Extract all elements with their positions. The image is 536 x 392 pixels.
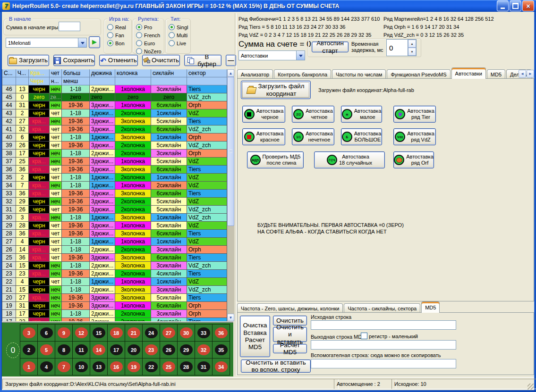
board-zero[interactable]: 0 [6, 342, 20, 358]
board-number[interactable]: 33 [197, 327, 210, 338]
board-number[interactable]: 24 [145, 327, 158, 338]
table-row[interactable]: 4431черннеч19-363дюжи...1колонка6сиклайн… [2, 101, 228, 109]
radio-game-on-real[interactable]: Real [107, 24, 131, 30]
md5-clear-paste-button[interactable]: Очистить ивставить [273, 327, 307, 342]
table-row[interactable]: 2928чернчет19-363дюжи...1колонка5сиклайн… [2, 222, 228, 230]
md5-aux-input[interactable] [311, 359, 456, 368]
board-number[interactable]: 31 [197, 361, 210, 372]
board-number[interactable]: 23 [145, 344, 158, 355]
radio-game-on-bon[interactable]: Bon [107, 40, 131, 46]
scroll-up-icon[interactable]: ▲ [227, 69, 234, 77]
table-row[interactable]: 347кра...неч1-181дюжи...1колонка2сиклайн… [2, 182, 228, 190]
table-row[interactable]: 3636кра...чет19-363дюжи...3колонка6сикла… [2, 166, 228, 174]
panel-divider[interactable] [235, 13, 237, 375]
chevron-down-icon[interactable] [296, 51, 305, 60]
chevron-down-icon[interactable] [78, 38, 86, 47]
table-row[interactable]: 4613черннеч1-182дюжи...1колонка3сиклайнT… [2, 85, 228, 93]
board-number[interactable]: 30 [180, 327, 193, 338]
table-row[interactable]: 4132кра...чет19-363дюжи...2колонка6сикла… [2, 125, 228, 133]
table-row[interactable]: 303кра...неч1-181дюжи...3колонка1сиклайн… [2, 214, 228, 222]
board-number[interactable]: 8 [58, 344, 70, 355]
stake-button-r3-1[interactable]: ГСЧАвтоставка18 случайных [314, 151, 385, 168]
frequency-tab[interactable]: Частота - Zero, шансы, дюжины, колонки [237, 303, 343, 313]
board-number[interactable]: 19 [128, 361, 140, 372]
board-number[interactable]: 15 [93, 327, 105, 338]
scrollbar-thumb[interactable] [227, 77, 234, 226]
table-row[interactable]: 450zeroze...zerozerozerozeroVdZ_zch [2, 93, 228, 101]
board-number[interactable]: 28 [180, 361, 193, 372]
board-number[interactable]: 6 [40, 327, 53, 338]
table-row[interactable]: 2027кра...неч19-363дюжи...3колонка5сикла… [2, 294, 228, 302]
board-number[interactable]: 3 [23, 327, 35, 338]
table-row[interactable]: 432чернчет1-181дюжи...2колонка1сиклайнVd… [2, 109, 228, 117]
radio-type-multi[interactable]: Multi [169, 32, 190, 38]
main-tab[interactable]: Контроль банкролла [274, 69, 331, 79]
board-number[interactable]: 32 [197, 344, 210, 355]
board-number[interactable]: 4 [40, 361, 53, 372]
board-number[interactable]: 14 [93, 344, 105, 355]
board-number[interactable]: 21 [128, 327, 140, 338]
radio-type-singl[interactable]: Singl [169, 24, 190, 30]
stake-button-r3-2[interactable]: Автоставкаряд Orf [393, 151, 434, 168]
spinner-down-icon[interactable]: ▼ [408, 48, 416, 56]
table-row[interactable]: 2836кра...чет19-363дюжи...3колонка6сикла… [2, 230, 228, 238]
main-tab[interactable]: Анализатор [237, 69, 273, 79]
stake-button-r1-2[interactable]: мАвтоставкамалое [341, 106, 382, 123]
board-number[interactable]: 22 [145, 361, 158, 372]
main-tab[interactable]: Автоставки [451, 67, 486, 79]
frequency-tab[interactable]: MD5 [421, 301, 440, 313]
md5-aux-paste-button[interactable]: Очистить и вставитьво вспом. строку [241, 359, 311, 373]
board-number[interactable]: 34 [215, 361, 228, 372]
stake-button-r3-0[interactable]: МД5Проверить МД5после спина [247, 151, 304, 168]
table-row[interactable]: 2614кра...чет1-182дюжи...2колонка3сиклай… [2, 246, 228, 254]
table-row[interactable]: 352чернчет1-181дюжи...2колонка1сиклайнVd… [2, 174, 228, 182]
toolbar-copy-button[interactable]: В буфер [184, 55, 221, 66]
board-number[interactable]: 11 [75, 344, 88, 355]
delay-spinner[interactable]: 0 ▲ ▼ [386, 39, 417, 56]
board-number[interactable]: 5 [40, 344, 53, 355]
load-coords-button[interactable]: Загрузить файлкоординат [241, 81, 311, 99]
stake-button-r2-3[interactable]: VdzАвтоставкаряд VdZ [393, 128, 436, 145]
table-row[interactable]: 3817черннеч1-182дюжи...2колонка3сиклайнO… [2, 150, 228, 158]
title-bar[interactable]: 7 HelperRoullet 5.0- create helperroulle… [0, 0, 536, 12]
board-number[interactable]: 9 [58, 327, 70, 338]
board-number[interactable]: 27 [162, 327, 175, 338]
md5-source-input[interactable] [311, 320, 456, 330]
board-number[interactable]: 29 [180, 344, 193, 355]
tabs-scroll-left-icon[interactable]: ◄ [519, 70, 526, 78]
board-number[interactable]: 35 [215, 344, 228, 355]
board-number[interactable]: 17 [110, 344, 123, 355]
radio-roulette-nozero[interactable]: NoZero [136, 48, 164, 54]
radio-roulette-pro[interactable]: Pro [136, 24, 164, 30]
main-tab[interactable]: MD5 [487, 69, 505, 79]
toolbar-save-button[interactable]: Сохранить [53, 55, 95, 66]
scroll-down-icon[interactable]: ▼ [227, 314, 234, 321]
table-row[interactable]: 1931черннеч19-363дюжи...1колонка6сиклайн… [2, 302, 228, 310]
table-row[interactable]: 3725кра...неч19-363дюжи...1колонка5сикла… [2, 158, 228, 166]
table-row[interactable]: 406чернчет1-181дюжи...3колонка1сиклайнOr… [2, 133, 228, 142]
table-row[interactable]: 3229черннеч19-363дюжи...2колонка5сиклайн… [2, 198, 228, 206]
main-tab[interactable]: Частоты по числам [332, 69, 386, 79]
radio-roulette-french[interactable]: French [136, 32, 164, 38]
table-row[interactable]: 2536кра...чет19-363дюжи...3колонка6сикла… [2, 254, 228, 262]
start-sum-input[interactable] [59, 22, 80, 31]
board-number[interactable]: 10 [75, 361, 88, 372]
autostakes-dropdown[interactable]: Автоставки [238, 50, 305, 60]
md5-calc-button[interactable]: Расчет MD5 [273, 344, 307, 353]
toolbar-load-button[interactable]: Загрузить [8, 55, 49, 66]
table-row[interactable]: 1723кра...неч19-362дюжи...2колонка4сикла… [2, 318, 228, 321]
toolbar-undo-button[interactable]: ↶Отменить [99, 55, 138, 66]
radio-game-on-fan[interactable]: Fan [107, 32, 131, 38]
board-number[interactable]: 1 [23, 361, 35, 372]
board-number[interactable]: 7 [58, 361, 70, 372]
board-number[interactable]: 20 [128, 344, 140, 355]
board-number[interactable]: 26 [162, 344, 175, 355]
tabs-scroll-right-icon[interactable]: ► [527, 70, 534, 78]
board-number[interactable]: 18 [110, 327, 123, 338]
main-tab[interactable]: Функционал PsevdoMS [387, 69, 450, 79]
minimize-button[interactable] [497, 0, 509, 11]
table-row[interactable]: 3926чернчет19-363дюжи...2колонка5сиклайн… [2, 142, 228, 150]
table-row[interactable]: 2115черннеч1-182дюжи...3колонка3сиклайнV… [2, 286, 228, 294]
autospin-start-button[interactable]: Автоспин старт [312, 42, 349, 52]
board-number[interactable]: 13 [93, 361, 105, 372]
